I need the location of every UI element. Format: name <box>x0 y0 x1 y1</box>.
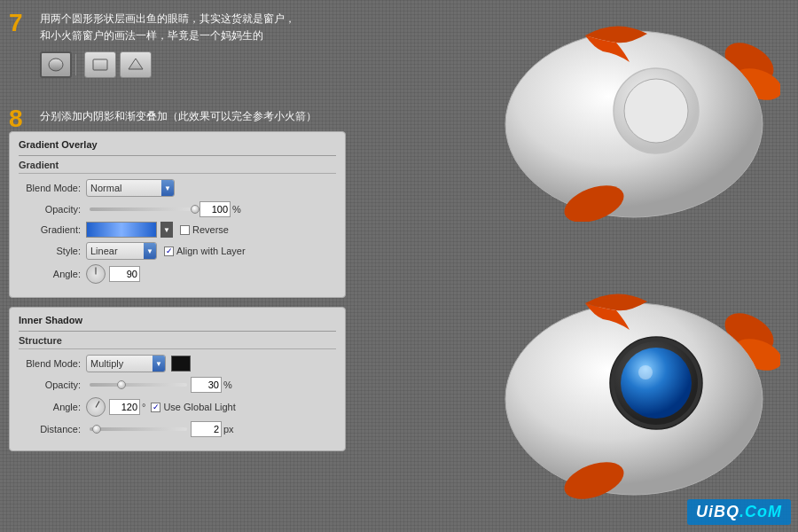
step8-text: 分别添加内阴影和渐变叠加（此效果可以完全参考小火箭） <box>40 106 346 124</box>
svg-marker-2 <box>129 59 143 69</box>
rect-tool-button[interactable] <box>84 51 116 78</box>
angle-label: Angle: <box>19 269 81 279</box>
gradient-overlay-title: Gradient Overlay <box>19 139 336 150</box>
is-distance-input[interactable] <box>191 421 222 437</box>
gradient-dropdown-arrow[interactable]: ▼ <box>160 222 173 238</box>
step8-number: 8 <box>9 106 23 131</box>
is-blend-mode-arrow: ▼ <box>153 356 165 372</box>
tool-icons-row <box>40 51 346 78</box>
gradient-section-title: Gradient <box>19 160 336 174</box>
is-opacity-input[interactable] <box>191 377 222 393</box>
opacity-thumb[interactable] <box>191 205 200 214</box>
polygon-tool-button[interactable] <box>120 51 152 78</box>
opacity-input[interactable] <box>200 201 231 217</box>
gradient-label: Gradient: <box>19 224 81 235</box>
use-global-light-label[interactable]: ✓ Use Global Light <box>151 402 235 412</box>
gradient-row: Gradient: ▼ Reverse <box>19 222 336 238</box>
angle-input[interactable] <box>109 266 140 282</box>
step7-number: 7 <box>9 9 23 37</box>
svg-point-14 <box>621 348 692 419</box>
align-layer-label[interactable]: ✓ Align with Layer <box>164 246 246 256</box>
is-blend-mode-row: Blend Mode: Multiply ▼ <box>19 355 336 372</box>
is-opacity-row: Opacity: % <box>19 377 336 393</box>
is-distance-row: Distance: px <box>19 421 336 437</box>
fish-illustration-bottom <box>479 275 780 505</box>
is-distance-label: Distance: <box>19 424 81 434</box>
is-color-swatch[interactable] <box>171 356 191 372</box>
style-arrow: ▼ <box>144 243 156 259</box>
ellipse-tool-button[interactable] <box>40 51 72 78</box>
is-distance-px: px <box>223 424 234 434</box>
step8-section: 8 分别添加内阴影和渐变叠加（此效果可以完全参考小火箭） Gradient Ov… <box>9 106 346 451</box>
use-global-light-checkbox[interactable]: ✓ <box>151 403 160 412</box>
is-angle-row: Angle: ° ✓ Use Global Light <box>19 397 336 417</box>
opacity-slider[interactable] <box>90 207 196 211</box>
angle-row: Angle: <box>19 264 336 284</box>
is-distance-slider[interactable] <box>90 427 187 431</box>
svg-point-0 <box>49 59 63 71</box>
blend-mode-select[interactable]: Normal ▼ <box>86 179 175 197</box>
is-blend-mode-label: Blend Mode: <box>19 358 81 369</box>
is-opacity-slider[interactable] <box>90 383 187 387</box>
gradient-overlay-panel: Gradient Overlay Gradient Blend Mode: No… <box>9 131 346 298</box>
style-select[interactable]: Linear ▼ <box>86 242 157 260</box>
is-opacity-percent: % <box>223 379 232 390</box>
blend-mode-row: Blend Mode: Normal ▼ <box>19 179 336 197</box>
style-row: Style: Linear ▼ ✓ Align with Layer <box>19 242 336 260</box>
angle-dial[interactable] <box>86 264 106 284</box>
opacity-percent: % <box>232 204 241 215</box>
is-angle-label: Angle: <box>19 402 81 412</box>
is-distance-thumb[interactable] <box>92 425 101 434</box>
opacity-row: Opacity: % <box>19 201 336 217</box>
svg-point-15 <box>638 365 653 379</box>
is-opacity-label: Opacity: <box>19 379 81 390</box>
opacity-label: Opacity: <box>19 204 81 215</box>
svg-rect-1 <box>93 59 107 70</box>
inner-shadow-panel: Inner Shadow Structure Blend Mode: Multi… <box>9 307 346 451</box>
is-opacity-thumb[interactable] <box>117 380 126 389</box>
reverse-checkbox-label[interactable]: Reverse <box>180 224 229 235</box>
gradient-swatch[interactable] <box>86 222 157 238</box>
inner-shadow-section-title: Structure <box>19 335 336 349</box>
reverse-checkbox[interactable] <box>180 225 190 235</box>
blend-mode-label: Blend Mode: <box>19 183 81 193</box>
watermark-text2: .CoM <box>739 503 782 520</box>
step7-section: 7 用两个圆形形状层画出鱼的眼睛，其实这货就是窗户， 和小火箭窗户的画法一样，毕… <box>9 9 346 78</box>
is-angle-input[interactable] <box>109 399 140 415</box>
align-layer-checkbox[interactable]: ✓ <box>164 246 174 256</box>
style-label: Style: <box>19 246 81 256</box>
watermark-text1: UiBQ <box>696 503 739 520</box>
inner-shadow-title: Inner Shadow <box>19 315 336 325</box>
svg-point-7 <box>624 79 688 143</box>
is-angle-dial[interactable] <box>86 397 106 417</box>
is-blend-mode-select[interactable]: Multiply ▼ <box>86 355 166 372</box>
step7-text: 用两个圆形形状层画出鱼的眼睛，其实这货就是窗户， 和小火箭窗户的画法一样，毕竟是… <box>40 9 346 44</box>
fish-illustration-top <box>479 9 780 222</box>
blend-mode-arrow: ▼ <box>161 180 174 196</box>
watermark: UiBQ.CoM <box>687 499 791 525</box>
